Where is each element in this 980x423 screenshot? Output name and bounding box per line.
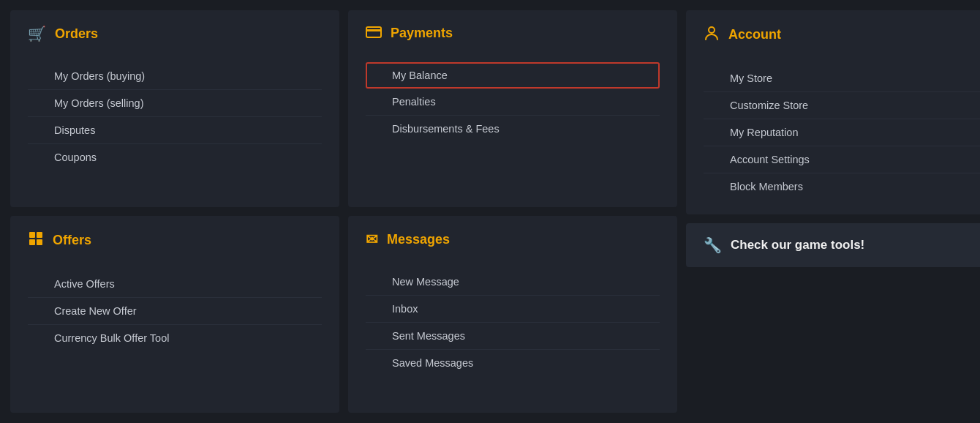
my-balance-link[interactable]: My Balance bbox=[366, 62, 660, 89]
tools-icon: 🔧 bbox=[704, 236, 722, 254]
sent-messages-link[interactable]: Sent Messages bbox=[366, 323, 660, 350]
new-message-link[interactable]: New Message bbox=[366, 269, 660, 296]
payments-title: Payments bbox=[366, 25, 660, 49]
offers-card: Offers Active Offers Create New Offer Cu… bbox=[10, 216, 339, 413]
check-tools-card[interactable]: 🔧 Check our game tools! bbox=[686, 223, 980, 267]
account-column: Account My Store Customize Store My Repu… bbox=[686, 10, 980, 413]
block-members-link[interactable]: Block Members bbox=[704, 173, 980, 200]
offers-title: Offers bbox=[28, 231, 322, 258]
account-settings-link[interactable]: Account Settings bbox=[704, 146, 980, 173]
svg-rect-0 bbox=[29, 232, 35, 238]
disputes-link[interactable]: Disputes bbox=[28, 117, 322, 144]
create-new-offer-link[interactable]: Create New Offer bbox=[28, 298, 322, 325]
orders-card: 🛒 Orders My Orders (buying) My Orders (s… bbox=[10, 10, 339, 207]
svg-rect-3 bbox=[37, 239, 42, 245]
payments-icon bbox=[366, 25, 382, 42]
account-card: Account My Store Customize Store My Repu… bbox=[686, 10, 980, 214]
svg-rect-4 bbox=[366, 27, 381, 37]
main-grid: 🛒 Orders My Orders (buying) My Orders (s… bbox=[0, 0, 980, 423]
offers-icon bbox=[28, 231, 44, 250]
penalties-link[interactable]: Penalties bbox=[366, 89, 660, 116]
payments-card: Payments My Balance Penalties Disburseme… bbox=[348, 10, 677, 207]
svg-rect-2 bbox=[29, 239, 35, 245]
svg-rect-1 bbox=[37, 232, 42, 238]
customize-store-link[interactable]: Customize Store bbox=[704, 92, 980, 119]
currency-bulk-offer-tool-link[interactable]: Currency Bulk Offer Tool bbox=[28, 325, 322, 351]
coupons-link[interactable]: Coupons bbox=[28, 144, 322, 171]
account-icon bbox=[704, 25, 720, 45]
my-orders-buying-link[interactable]: My Orders (buying) bbox=[28, 63, 322, 90]
active-offers-link[interactable]: Active Offers bbox=[28, 271, 322, 298]
my-orders-selling-link[interactable]: My Orders (selling) bbox=[28, 90, 322, 117]
my-reputation-link[interactable]: My Reputation bbox=[704, 119, 980, 146]
inbox-link[interactable]: Inbox bbox=[366, 296, 660, 323]
messages-icon: ✉ bbox=[366, 231, 378, 248]
orders-title: 🛒 Orders bbox=[28, 25, 322, 50]
saved-messages-link[interactable]: Saved Messages bbox=[366, 350, 660, 376]
my-store-link[interactable]: My Store bbox=[704, 65, 980, 92]
svg-point-6 bbox=[709, 27, 715, 33]
disbursements-fees-link[interactable]: Disbursements & Fees bbox=[366, 116, 660, 142]
account-title: Account bbox=[704, 25, 980, 52]
svg-rect-5 bbox=[366, 29, 381, 31]
messages-title: ✉ Messages bbox=[366, 231, 660, 255]
tools-label: Check our game tools! bbox=[731, 238, 864, 252]
cart-icon: 🛒 bbox=[28, 25, 46, 42]
messages-card: ✉ Messages New Message Inbox Sent Messag… bbox=[348, 216, 677, 413]
